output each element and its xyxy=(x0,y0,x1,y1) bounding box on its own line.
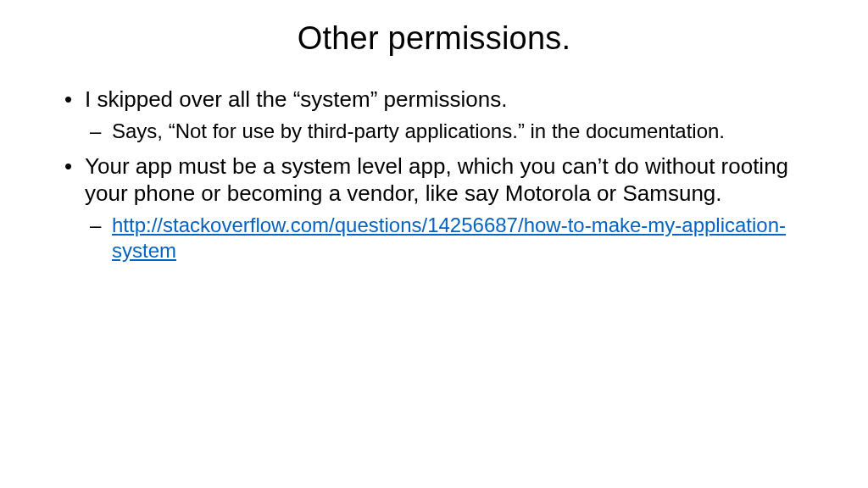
bullet-list: I skipped over all the “system” permissi… xyxy=(59,86,809,263)
reference-link[interactable]: http://stackoverflow.com/questions/14256… xyxy=(112,214,786,262)
bullet-text: Your app must be a system level app, whi… xyxy=(85,153,788,207)
bullet-item: Your app must be a system level app, whi… xyxy=(59,152,809,263)
sub-bullet-text: Says, “Not for use by third-party applic… xyxy=(112,119,725,142)
sub-bullet-list: Says, “Not for use by third-party applic… xyxy=(85,119,809,144)
slide-title: Other permissions. xyxy=(59,20,809,57)
sub-bullet-list: http://stackoverflow.com/questions/14256… xyxy=(85,213,809,263)
bullet-item: I skipped over all the “system” permissi… xyxy=(59,86,809,144)
sub-bullet-item: Says, “Not for use by third-party applic… xyxy=(85,119,809,144)
sub-bullet-item: http://stackoverflow.com/questions/14256… xyxy=(85,213,809,263)
bullet-text: I skipped over all the “system” permissi… xyxy=(85,86,508,112)
